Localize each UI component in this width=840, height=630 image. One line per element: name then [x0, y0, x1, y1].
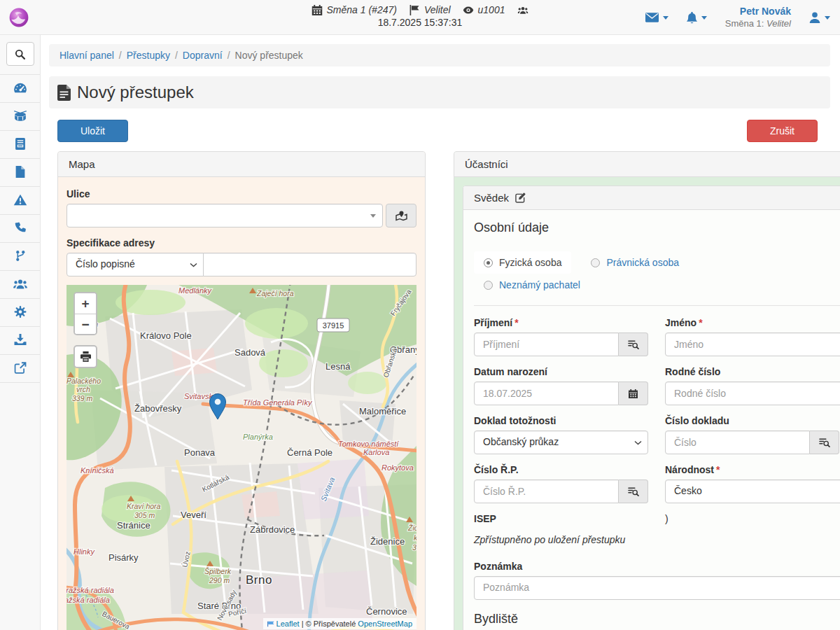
save-button[interactable]: Uložit [57, 120, 128, 142]
sidebar-item-phone[interactable] [0, 215, 40, 243]
sidebar-item-drum[interactable] [0, 103, 40, 131]
person-type-label: Neznámý pachatel [499, 279, 580, 290]
address-spec-input[interactable] [203, 253, 416, 276]
birth-date-input[interactable] [474, 382, 619, 405]
note-textarea[interactable] [474, 576, 840, 600]
breadcrumb-link[interactable]: Dopravní [183, 50, 223, 61]
map-label: Královo Pole [140, 330, 192, 341]
surname-label: Příjmení [474, 317, 512, 328]
map-label: Černovice [366, 606, 407, 617]
sidebar [0, 35, 41, 630]
shift-label: Směna 1 (#247) [327, 4, 397, 15]
sidebar-item-users[interactable] [0, 271, 40, 299]
radio-icon[interactable] [484, 281, 493, 290]
sidebar-item-warning[interactable] [0, 187, 40, 215]
osm-link[interactable]: OpenStreetMap [358, 620, 412, 628]
user-code-info: u1001 [463, 4, 505, 15]
id-number-lookup-button[interactable] [810, 430, 839, 454]
license-number-input[interactable] [474, 479, 619, 503]
isep-paren: ) [665, 513, 840, 524]
name-input[interactable] [665, 332, 840, 356]
map-panel-title: Mapa [58, 152, 425, 177]
map-marked-icon [396, 211, 407, 221]
surname-input[interactable] [474, 332, 619, 356]
document-title-icon [57, 85, 71, 101]
settings-icon [13, 306, 27, 320]
radio-icon[interactable] [484, 258, 493, 267]
flag-icon [410, 5, 420, 15]
breadcrumb-link[interactable]: Přestupky [127, 50, 170, 61]
page-header: Nový přestupek [49, 76, 830, 108]
zoom-out-button[interactable]: − [75, 314, 96, 334]
id-number-label: Číslo dokladu [665, 415, 840, 426]
current-datetime: 18.7.2025 15:37:31 [312, 17, 528, 28]
sidebar-item-external[interactable] [0, 355, 40, 383]
sidebar-search-button[interactable] [6, 42, 34, 66]
license-lookup-button[interactable] [619, 479, 648, 503]
crew-info[interactable] [517, 5, 528, 15]
person-type-option[interactable]: Právnická osoba [581, 251, 689, 274]
sidebar-item-branch[interactable] [0, 243, 40, 271]
radio-icon[interactable] [591, 258, 600, 267]
caret-down-icon [825, 16, 830, 20]
drum-icon [13, 110, 27, 124]
map-label: Palackého [66, 377, 101, 385]
map-label: Brno [246, 573, 272, 587]
chevron-down-icon [190, 262, 197, 267]
calendar-picker-button[interactable] [619, 382, 648, 405]
user-menu-dropdown[interactable] [809, 12, 830, 23]
attribution-text: | © Přispěvatelé [300, 620, 358, 628]
id-type-select[interactable]: Občanský průkaz [474, 430, 648, 454]
search-icon [15, 49, 25, 59]
address-spec-label: Specifikace adresy [66, 237, 416, 248]
eye-icon [463, 5, 474, 15]
logged-user: Petr Novák Směna 1: Velitel [725, 6, 791, 29]
map-label: Židenický [407, 524, 416, 532]
sidebar-item-dashboard[interactable] [0, 75, 40, 103]
sidebar-item-settings[interactable] [0, 299, 40, 327]
zoom-in-button[interactable]: + [75, 293, 96, 314]
leaflet-link[interactable]: Leaflet [276, 620, 300, 628]
map-label: Maloměřice [359, 406, 406, 416]
app-logo-icon[interactable] [8, 7, 29, 28]
map-label: Žabovřesky [134, 403, 182, 414]
map-attribution: Leaflet | © Přispěvatelé OpenStreetMap [263, 618, 416, 629]
id-number-input[interactable] [665, 430, 810, 454]
person-type-option[interactable]: Neznámý pachatel [474, 274, 590, 296]
map-canvas[interactable]: 37915 MedlánkyZaječí hora338 mKrálovo Po… [66, 285, 416, 630]
leaflet-flag-icon [267, 621, 274, 627]
role-info: Velitel [410, 4, 451, 15]
notifications-dropdown[interactable] [687, 12, 707, 24]
street-select[interactable] [66, 204, 383, 227]
surname-lookup-button[interactable] [619, 332, 648, 356]
map-road-shield: 37915 [317, 318, 349, 332]
street-label: Ulice [66, 188, 416, 200]
required-marker: * [699, 317, 702, 328]
id-type-label: Doklad totožnosti [474, 415, 648, 426]
edit-icon[interactable] [515, 192, 526, 203]
residence-title: Bydliště [474, 612, 840, 626]
required-marker: * [716, 464, 720, 475]
user-shift: Směna 1: [725, 18, 766, 29]
caret-down-icon [701, 16, 707, 20]
sidebar-item-document[interactable] [0, 159, 40, 187]
nationality-select[interactable]: Česko [665, 479, 840, 503]
person-type-option[interactable]: Fyzická osoba [474, 251, 571, 274]
user-name: Petr Novák [725, 6, 791, 18]
pick-on-map-button[interactable] [386, 204, 416, 227]
calendar-icon [629, 389, 638, 398]
map-label: Pražská radiála [66, 596, 110, 604]
page-title: Nový přestupek [77, 83, 194, 102]
sidebar-item-download[interactable] [0, 327, 40, 355]
messages-dropdown[interactable] [645, 12, 668, 23]
sidebar-item-report[interactable] [0, 131, 40, 159]
cancel-button[interactable]: Zrušit [747, 120, 818, 142]
note-label: Poznámka [474, 561, 840, 572]
birth-number-input[interactable] [665, 382, 840, 405]
map-label: Černá Pole [287, 447, 332, 458]
map-print-button[interactable] [74, 345, 97, 368]
breadcrumb-link[interactable]: Hlavní panel [59, 50, 114, 61]
list-search-icon [819, 438, 830, 447]
address-spec-select[interactable]: Číslo popisné [66, 253, 204, 276]
report-icon [13, 138, 27, 152]
